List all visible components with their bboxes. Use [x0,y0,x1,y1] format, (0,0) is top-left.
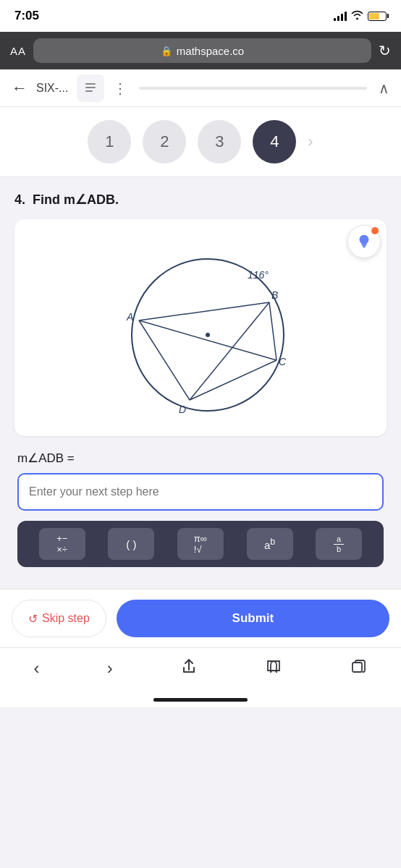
question-label: 4. Find m∠ADB. [14,192,387,208]
geometry-diagram: 116° B A C D [92,234,309,422]
svg-rect-0 [85,83,96,85]
math-key-fraction[interactable]: a b [316,528,362,560]
math-key-ops[interactable]: +−×÷ [39,528,85,560]
svg-text:B: B [271,289,278,301]
tabs-button[interactable] [350,658,367,676]
submit-button[interactable]: Submit [117,600,389,637]
submit-label: Submit [232,611,274,626]
svg-text:D: D [179,404,186,415]
svg-line-8 [190,302,269,400]
bottom-nav: ‹ › [0,647,401,707]
math-key-power[interactable]: ab [247,528,293,560]
svg-line-6 [139,320,277,360]
browser-bar: AA 🔒 mathspace.co ↻ [0,32,401,69]
svg-text:A: A [126,311,133,323]
signal-bars-icon [334,11,347,21]
nav-bar: ← SIX-... ⋮ ∧ [0,69,401,107]
lock-icon: 🔒 [161,46,172,56]
svg-rect-1 [85,87,96,88]
math-keyboard: +−×÷ ( ) π∞!√ ab a b [17,521,384,567]
step-4-button[interactable]: 4 [253,120,296,163]
bookmarks-button[interactable] [265,658,282,676]
question-number: 4. [14,192,25,208]
steps-next-arrow[interactable]: › [308,132,313,151]
skip-step-button[interactable]: ↺ Skip step [12,600,106,637]
step-2-button[interactable]: 2 [143,120,186,163]
svg-rect-17 [363,246,366,247]
battery-icon [368,12,387,21]
browser-forward-button[interactable]: › [107,658,113,678]
nav-progress-slider [139,87,367,90]
browser-url-text: mathspace.co [177,45,244,57]
math-key-paren[interactable]: ( ) [108,528,154,560]
hint-button[interactable] [347,225,381,258]
status-icons [334,10,387,22]
browser-back-button[interactable]: ‹ [34,658,40,678]
browser-refresh-button[interactable]: ↻ [379,42,391,59]
wifi-icon [351,10,363,22]
svg-text:C: C [279,356,287,367]
nav-more-button[interactable]: ⋮ [113,80,127,97]
svg-rect-2 [85,90,93,92]
nav-back-button[interactable]: ← [12,79,28,98]
action-row: ↺ Skip step Submit [0,589,401,647]
browser-aa-button[interactable]: AA [10,45,26,57]
status-bar: 7:05 [0,0,401,32]
answer-input[interactable] [17,473,384,511]
book-icon [265,658,282,676]
home-indicator [153,698,248,702]
svg-line-10 [269,302,277,360]
step-3-button[interactable]: 3 [198,120,241,163]
hint-notification-dot [371,227,379,234]
answer-label: m∠ADB = [17,451,384,466]
answer-section: m∠ADB = +−×÷ ( ) π∞!√ ab a b [14,451,387,567]
browser-url-bar[interactable]: 🔒 mathspace.co [33,38,371,63]
steps-row: 1 2 3 4 › [0,107,401,177]
svg-rect-18 [353,663,362,672]
svg-line-5 [139,302,269,320]
status-time: 7:05 [14,9,39,23]
math-key-special[interactable]: π∞!√ [177,528,224,560]
share-icon [180,658,198,676]
nav-pencil-button[interactable] [77,75,104,102]
skip-icon: ↺ [28,612,38,626]
step-1-button[interactable]: 1 [88,120,131,163]
svg-point-4 [206,333,210,337]
main-content: 4. Find m∠ADB. [0,177,401,589]
diagram-section: 116° B A C D [14,219,387,436]
skip-label: Skip step [42,612,90,625]
nav-title: SIX-... [36,82,68,95]
share-button[interactable] [180,658,198,676]
tabs-icon [350,658,367,676]
question-text: Find m∠ADB. [33,192,119,208]
diagram-card: 116° B A C D [14,219,387,436]
lightbulb-icon [356,234,372,250]
svg-text:116°: 116° [248,269,269,281]
nav-collapse-button[interactable]: ∧ [379,80,389,97]
svg-line-9 [190,360,277,400]
svg-rect-16 [362,245,366,247]
